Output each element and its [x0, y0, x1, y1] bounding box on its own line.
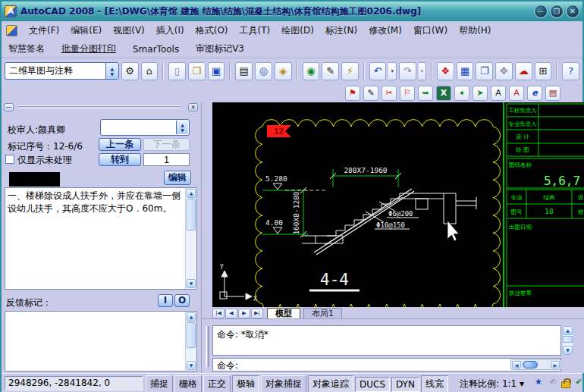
- menu-format[interactable]: 格式(O): [196, 24, 228, 37]
- open-button[interactable]: ❒: [188, 62, 206, 80]
- auto-annotate-icon[interactable]: ✍: [547, 376, 559, 388]
- close-button[interactable]: ✕: [566, 5, 579, 18]
- scrollbar-thumb[interactable]: [187, 199, 196, 230]
- calculator-button[interactable]: ⊞: [535, 62, 552, 80]
- toggle-otrack[interactable]: 对象追踪: [308, 375, 353, 392]
- block-editor-button[interactable]: ✥: [495, 62, 513, 80]
- menu-modify[interactable]: 修改(M): [369, 24, 402, 37]
- review-cut-button[interactable]: ✂: [381, 86, 397, 101]
- scrollbar-thumb[interactable]: [523, 361, 538, 368]
- match-properties-button[interactable]: ❐: [476, 62, 493, 80]
- restore-button[interactable]: ❐: [550, 5, 564, 18]
- command-history[interactable]: 命令: *取消*: [212, 325, 561, 356]
- menu-view[interactable]: 视图(V): [113, 24, 145, 37]
- tab-model[interactable]: 模型: [267, 308, 300, 318]
- feedback-i-button[interactable]: I: [158, 294, 173, 307]
- undo-button[interactable]: ↶: [369, 62, 387, 80]
- panel-drag-grip[interactable]: [18, 105, 181, 108]
- excel-export-button[interactable]: X: [436, 86, 451, 101]
- toggle-osnap[interactable]: 对象捕捉: [261, 375, 306, 392]
- trusted-autodesk-icon[interactable]: ✔: [573, 376, 584, 388]
- feedback-textarea[interactable]: ▲ ▼: [5, 311, 197, 372]
- panel-close-button[interactable]: ✕: [188, 103, 198, 111]
- mark-filter-combo[interactable]: ▲▼: [100, 119, 190, 136]
- send-marks-button[interactable]: ➤: [473, 86, 488, 101]
- comment-scrollbar[interactable]: ▲ ▼: [185, 188, 196, 289]
- scroll-up-icon[interactable]: ▲: [563, 326, 573, 335]
- plot-preview-button[interactable]: ◎: [255, 62, 272, 80]
- acad-red-button[interactable]: A: [509, 86, 524, 101]
- layer-manager-button[interactable]: ▦: [457, 62, 474, 80]
- menu-review-mark-v3[interactable]: 审图标记V3: [196, 42, 244, 55]
- feedback-scrollbar[interactable]: ▲ ▼: [185, 312, 196, 371]
- menu-help[interactable]: 帮助(H): [459, 24, 491, 37]
- toggle-ortho[interactable]: 正交: [203, 375, 231, 392]
- goto-button[interactable]: 转到: [99, 153, 141, 166]
- annotation-scale[interactable]: 注释比例: 1:1 ▾: [460, 378, 524, 390]
- etransmit-button[interactable]: ◉: [303, 62, 320, 80]
- command-hscrollbar[interactable]: ◀ ▶: [510, 359, 561, 370]
- menu-tools[interactable]: 工具(T): [240, 24, 271, 37]
- import-marks-button[interactable]: ➧: [454, 86, 469, 101]
- mark-comment-textarea[interactable]: 一、楼梯除设成人扶手外，并应在靠墙一侧设幼儿扶手，其高度不应大于O．60m。 ▲…: [5, 187, 197, 290]
- scroll-left-icon[interactable]: ◀: [512, 361, 521, 368]
- annotation-visibility-icon[interactable]: ★: [532, 376, 545, 388]
- menu-file[interactable]: 文件(F): [29, 24, 59, 37]
- drawing-canvas[interactable]: 12 280X7-1960 5.280: [212, 102, 584, 307]
- minimize-button[interactable]: —: [534, 5, 548, 18]
- export-marks-button[interactable]: ➥: [418, 86, 433, 101]
- scrollbar-thumb[interactable]: [187, 322, 196, 348]
- help-button[interactable]: ?: [562, 62, 579, 80]
- tab-next-button[interactable]: ▶: [238, 309, 250, 318]
- redo-dropdown-icon[interactable]: ▾: [419, 62, 426, 80]
- combo-spinner-icon[interactable]: ▲▼: [105, 63, 118, 79]
- review-pen-button[interactable]: ✎: [363, 86, 378, 101]
- menu-window[interactable]: 窗口(W): [413, 24, 447, 37]
- tab-prev-button[interactable]: ◀: [225, 309, 237, 318]
- revision-cloud-button[interactable]: ☁: [515, 62, 532, 80]
- combo-spinner-icon[interactable]: ▲▼: [176, 121, 188, 134]
- tab-last-button[interactable]: ▶|: [251, 309, 263, 318]
- tab-layout1[interactable]: 布局1: [303, 308, 342, 318]
- scroll-up-icon[interactable]: ▲: [187, 312, 196, 321]
- feedback-o-button[interactable]: O: [174, 294, 190, 307]
- review-find-button[interactable]: ⚐: [400, 86, 415, 101]
- qnew-button[interactable]: ▯: [168, 62, 186, 80]
- command-vscrollbar[interactable]: ▲ ▼: [562, 325, 573, 356]
- next-mark-button[interactable]: 下一条: [143, 138, 190, 151]
- workspace-save-button[interactable]: ⌂: [141, 62, 159, 80]
- tab-first-button[interactable]: |◀: [212, 309, 224, 318]
- toolbar-lock-icon[interactable]: [561, 381, 570, 388]
- undo-dropdown-icon[interactable]: ▾: [388, 62, 396, 80]
- scrollbar-thumb[interactable]: [563, 336, 573, 343]
- menu-edit[interactable]: 编辑(E): [71, 24, 102, 37]
- save-button[interactable]: ▣: [208, 62, 225, 80]
- toggle-lwt[interactable]: 线宽: [421, 375, 448, 392]
- toggle-snap[interactable]: 捕捉: [146, 375, 173, 392]
- review-flag-button[interactable]: ⚑: [345, 86, 360, 101]
- menu-batch-plot[interactable]: 批量分图打印: [61, 42, 116, 55]
- review-panel-header[interactable]: — ✕: [2, 102, 201, 112]
- markup-pen-button[interactable]: ✎: [322, 62, 339, 80]
- edit-mark-button[interactable]: 编辑: [164, 171, 191, 185]
- ie-browser-button[interactable]: e: [527, 86, 542, 101]
- toggle-ducs[interactable]: DUCS: [355, 377, 390, 392]
- goto-input[interactable]: [143, 153, 190, 166]
- workspace-settings-button[interactable]: ⚙: [121, 62, 139, 80]
- panel-minimize-button[interactable]: —: [4, 103, 14, 111]
- help-book-button[interactable]: ▤: [545, 86, 560, 101]
- menu-smart-signature[interactable]: 智慧签名: [8, 42, 45, 55]
- publish-button[interactable]: ◈: [275, 62, 292, 80]
- toggle-grid[interactable]: 栅格: [174, 375, 202, 392]
- scroll-up-icon[interactable]: ▲: [187, 189, 196, 198]
- previous-mark-button[interactable]: 上一条: [99, 138, 141, 151]
- coordinate-display[interactable]: 2948296, -2841842, 0: [5, 376, 143, 390]
- acad-black-button[interactable]: A: [491, 86, 506, 101]
- only-unprocessed-checkbox[interactable]: [5, 155, 14, 164]
- workspace-combo[interactable]: 二维草图与注释 ▲▼: [5, 62, 119, 80]
- toggle-polar[interactable]: 极轴: [232, 375, 259, 392]
- scroll-down-icon[interactable]: ▼: [187, 279, 196, 288]
- scroll-right-icon[interactable]: ▶: [551, 361, 560, 368]
- menu-smartools[interactable]: SmarTools: [133, 44, 179, 55]
- plot-button[interactable]: ▤: [235, 62, 253, 80]
